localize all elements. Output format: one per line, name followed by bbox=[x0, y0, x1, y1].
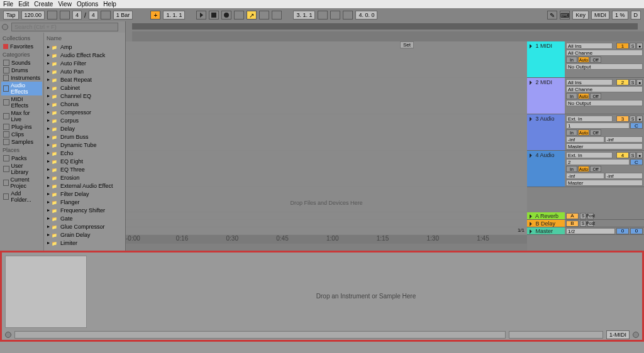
sig-den[interactable]: 4 bbox=[89, 11, 98, 19]
track-header[interactable]: ⏵ 4 AudioExt. In4S●2CInAutoOff-inf-infMa… bbox=[527, 151, 644, 187]
loop-length-field[interactable]: 4. 0. 0 bbox=[355, 11, 377, 19]
return-letter[interactable]: B bbox=[566, 220, 579, 227]
track-header[interactable]: ⏵ 3 AudioExt. In3S●1CInAutoOff-inf-infMa… bbox=[527, 114, 644, 151]
device-item[interactable]: Gate bbox=[45, 214, 124, 222]
tempo-nudge-up[interactable] bbox=[60, 11, 70, 19]
punch-in-button[interactable] bbox=[330, 11, 340, 19]
reenable-automation-button[interactable] bbox=[259, 11, 269, 19]
monitor-off[interactable]: Off bbox=[590, 57, 601, 63]
sig-num[interactable]: 4 bbox=[72, 11, 82, 19]
output-routing[interactable]: Master bbox=[566, 143, 643, 149]
output-routing[interactable]: No Output bbox=[566, 63, 643, 70]
monitor-auto[interactable]: Auto bbox=[578, 129, 589, 136]
device-item[interactable]: Drum Buss bbox=[45, 133, 124, 141]
loop-button[interactable] bbox=[318, 11, 328, 19]
monitor-off[interactable]: Off bbox=[590, 93, 601, 99]
computer-midi-button[interactable]: ⌨ bbox=[560, 11, 570, 19]
device-item[interactable]: Audio Effect Rack bbox=[45, 51, 124, 59]
draw-mode-button[interactable]: ✎ bbox=[547, 11, 557, 19]
device-item[interactable]: Auto Filter bbox=[45, 59, 124, 67]
detail-toggle[interactable] bbox=[633, 332, 639, 338]
track-number[interactable]: 2 bbox=[616, 79, 629, 85]
device-item[interactable]: Filter Delay bbox=[45, 190, 124, 198]
cat-drums[interactable]: Drums bbox=[1, 67, 42, 74]
device-item[interactable]: Auto Pan bbox=[45, 67, 124, 75]
solo-button[interactable]: S bbox=[630, 152, 636, 158]
menu-file[interactable]: File bbox=[3, 1, 13, 8]
master-send[interactable]: 0 bbox=[630, 228, 643, 234]
menu-options[interactable]: Options bbox=[77, 1, 98, 8]
device-item[interactable]: Glue Compressor bbox=[45, 222, 124, 231]
monitor-off[interactable]: Off bbox=[590, 129, 601, 136]
device-item[interactable]: Beat Repeat bbox=[45, 75, 124, 84]
post-button[interactable]: Post bbox=[587, 220, 594, 227]
monitor-off[interactable]: Off bbox=[590, 166, 601, 172]
input-channel[interactable]: All Channe bbox=[566, 50, 643, 56]
arm-button[interactable]: ● bbox=[636, 79, 643, 85]
place-packs[interactable]: Packs bbox=[1, 155, 42, 162]
arm-button[interactable]: ● bbox=[636, 116, 643, 122]
cat-audio-effects[interactable]: Audio Effects bbox=[1, 82, 42, 95]
cat-sounds[interactable]: Sounds bbox=[1, 59, 42, 67]
monitor-auto[interactable]: Auto bbox=[578, 166, 589, 172]
time-ruler[interactable]: -0:000:160:300:451:001:151:301:45 bbox=[126, 235, 527, 244]
device-item[interactable]: Cabinet bbox=[45, 84, 124, 92]
menu-view[interactable]: View bbox=[58, 1, 72, 8]
arrangement-overview[interactable] bbox=[132, 23, 638, 30]
master-sig[interactable]: 1/2 bbox=[566, 228, 615, 234]
input-type[interactable]: All Ins bbox=[566, 79, 613, 85]
monitor-in[interactable]: In bbox=[566, 129, 577, 136]
track-number[interactable]: 1 bbox=[616, 43, 629, 49]
automation-arm-button[interactable]: ↗ bbox=[247, 11, 257, 19]
track-name[interactable]: ⏵ 3 Audio bbox=[527, 114, 565, 150]
metronome-button[interactable] bbox=[101, 11, 111, 19]
clip-preview[interactable] bbox=[5, 256, 87, 328]
bar-ruler[interactable] bbox=[132, 31, 644, 41]
device-item[interactable]: External Audio Effect bbox=[45, 182, 124, 190]
place-user-library[interactable]: User Library bbox=[1, 162, 42, 176]
device-item[interactable]: Delay bbox=[45, 124, 124, 133]
search-input[interactable] bbox=[11, 23, 118, 31]
device-item[interactable]: Chorus bbox=[45, 100, 124, 108]
tempo-field[interactable]: 120.00 bbox=[21, 11, 45, 19]
device-item[interactable]: Compressor bbox=[45, 108, 124, 116]
device-item[interactable]: Dynamic Tube bbox=[45, 141, 124, 149]
return-track-header[interactable]: ⏵ A ReverbASPost bbox=[527, 212, 644, 220]
disk-overload[interactable]: D bbox=[631, 11, 641, 19]
key-map-button[interactable]: Key bbox=[572, 11, 589, 19]
punch-out-button[interactable] bbox=[343, 11, 353, 19]
track-name[interactable]: ⏵ 4 Audio bbox=[527, 151, 565, 187]
input-channel[interactable]: 1 bbox=[566, 122, 630, 129]
capture-button[interactable] bbox=[272, 11, 282, 19]
device-item[interactable]: Grain Delay bbox=[45, 231, 124, 239]
info-toggle[interactable] bbox=[5, 332, 11, 338]
return-track-header[interactable]: ⏵ B DelayBSPost bbox=[527, 220, 644, 227]
return-name[interactable]: ⏵ A Reverb bbox=[527, 212, 565, 219]
place-add-folder[interactable]: Add Folder... bbox=[1, 190, 42, 204]
solo-button[interactable]: S bbox=[630, 116, 636, 122]
send-c[interactable]: C bbox=[630, 159, 643, 165]
solo-button[interactable]: S bbox=[580, 220, 586, 227]
monitor-in[interactable]: In bbox=[566, 57, 577, 63]
return-name[interactable]: ⏵ Master bbox=[527, 227, 565, 234]
cat-samples[interactable]: Samples bbox=[1, 138, 42, 146]
track-header[interactable]: ⏵ 2 MIDIAll Ins2S●All ChanneInAutoOffNo … bbox=[527, 78, 644, 114]
solo-button[interactable]: S bbox=[630, 43, 636, 49]
monitor-auto[interactable]: Auto bbox=[578, 93, 589, 99]
cat-midi-effects[interactable]: MIDI Effects bbox=[1, 95, 42, 109]
return-letter[interactable]: A bbox=[566, 213, 579, 219]
favorites-item[interactable]: Favorites bbox=[1, 43, 42, 50]
send-c[interactable]: C bbox=[630, 122, 643, 129]
track-number[interactable]: 4 bbox=[616, 152, 629, 158]
menu-help[interactable]: Help bbox=[103, 1, 116, 8]
input-type[interactable]: Ext. In bbox=[566, 116, 613, 122]
name-column-header[interactable]: Name bbox=[45, 34, 124, 43]
input-type[interactable]: All Ins bbox=[566, 43, 613, 49]
play-button[interactable] bbox=[196, 11, 206, 19]
track-number[interactable]: 3 bbox=[616, 116, 629, 122]
input-channel[interactable]: 2 bbox=[566, 159, 630, 165]
cat-plugins[interactable]: Plug-ins bbox=[1, 123, 42, 131]
track-name[interactable]: ⏵ 2 MIDI bbox=[527, 78, 565, 114]
return-name[interactable]: ⏵ B Delay bbox=[527, 220, 565, 227]
device-item[interactable]: Limiter bbox=[45, 239, 124, 247]
